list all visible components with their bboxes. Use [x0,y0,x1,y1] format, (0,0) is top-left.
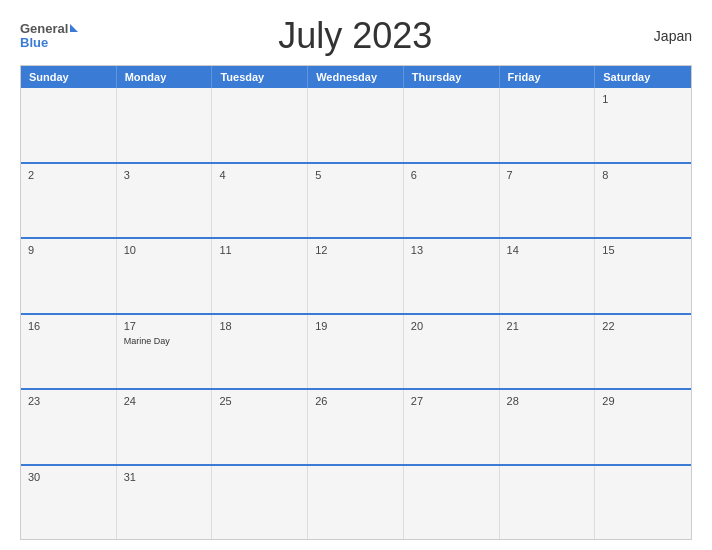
day-number: 10 [124,244,205,256]
calendar-cell: 22 [595,315,691,389]
calendar-week-5: 23242526272829 [21,388,691,464]
calendar-cell: 23 [21,390,117,464]
calendar-cell: 18 [212,315,308,389]
calendar-cell: 16 [21,315,117,389]
calendar-cell: 24 [117,390,213,464]
calendar-cell: 27 [404,390,500,464]
day-number: 14 [507,244,588,256]
day-number: 27 [411,395,492,407]
calendar-cell: 12 [308,239,404,313]
calendar-cell: 31 [117,466,213,540]
day-number: 16 [28,320,109,332]
day-number: 23 [28,395,109,407]
day-number: 11 [219,244,300,256]
calendar-cell: 28 [500,390,596,464]
day-number: 15 [602,244,684,256]
header-day-thursday: Thursday [404,66,500,88]
calendar-cell: 13 [404,239,500,313]
day-number: 31 [124,471,205,483]
day-number: 30 [28,471,109,483]
day-number: 17 [124,320,205,332]
day-number: 9 [28,244,109,256]
calendar-cell: 30 [21,466,117,540]
day-number: 26 [315,395,396,407]
calendar-cell: 25 [212,390,308,464]
header-day-saturday: Saturday [595,66,691,88]
calendar: SundayMondayTuesdayWednesdayThursdayFrid… [20,65,692,540]
calendar-cell: 4 [212,164,308,238]
header-day-friday: Friday [500,66,596,88]
calendar-cell: 7 [500,164,596,238]
calendar-cell: 26 [308,390,404,464]
logo: General Blue [20,22,78,51]
calendar-body: 1234567891011121314151617Marine Day18192… [21,88,691,539]
day-number: 3 [124,169,205,181]
calendar-cell: 20 [404,315,500,389]
calendar-cell [595,466,691,540]
calendar-cell: 17Marine Day [117,315,213,389]
calendar-cell [117,88,213,162]
calendar-page: General Blue July 2023 Japan SundayMonda… [0,0,712,550]
day-number: 12 [315,244,396,256]
day-number: 19 [315,320,396,332]
calendar-cell: 9 [21,239,117,313]
day-number: 7 [507,169,588,181]
calendar-week-3: 9101112131415 [21,237,691,313]
day-number: 25 [219,395,300,407]
calendar-cell: 15 [595,239,691,313]
day-number: 28 [507,395,588,407]
calendar-cell [500,88,596,162]
calendar-cell: 19 [308,315,404,389]
day-number: 24 [124,395,205,407]
calendar-cell [308,88,404,162]
logo-blue-text: Blue [20,36,48,50]
calendar-cell [21,88,117,162]
day-number: 1 [602,93,684,105]
calendar-cell [500,466,596,540]
day-number: 20 [411,320,492,332]
day-number: 4 [219,169,300,181]
day-number: 8 [602,169,684,181]
calendar-week-4: 1617Marine Day1819202122 [21,313,691,389]
calendar-cell: 14 [500,239,596,313]
calendar-cell: 11 [212,239,308,313]
calendar-cell: 10 [117,239,213,313]
header-day-wednesday: Wednesday [308,66,404,88]
calendar-cell: 5 [308,164,404,238]
country-label: Japan [632,28,692,44]
day-number: 21 [507,320,588,332]
logo-general-text: General [20,22,68,36]
calendar-cell: 2 [21,164,117,238]
calendar-cell: 29 [595,390,691,464]
calendar-cell: 3 [117,164,213,238]
header-day-sunday: Sunday [21,66,117,88]
day-number: 22 [602,320,684,332]
header-day-monday: Monday [117,66,213,88]
calendar-cell: 6 [404,164,500,238]
calendar-cell [404,466,500,540]
calendar-cell [212,466,308,540]
day-number: 29 [602,395,684,407]
month-title: July 2023 [78,15,632,57]
header-day-tuesday: Tuesday [212,66,308,88]
calendar-cell [404,88,500,162]
header: General Blue July 2023 Japan [20,15,692,57]
day-number: 6 [411,169,492,181]
logo-triangle-icon [70,24,78,32]
calendar-week-6: 3031 [21,464,691,540]
calendar-cell [212,88,308,162]
calendar-cell: 8 [595,164,691,238]
day-number: 5 [315,169,396,181]
calendar-cell: 1 [595,88,691,162]
event-label: Marine Day [124,336,205,346]
day-number: 18 [219,320,300,332]
calendar-header: SundayMondayTuesdayWednesdayThursdayFrid… [21,66,691,88]
calendar-cell [308,466,404,540]
day-number: 13 [411,244,492,256]
calendar-week-2: 2345678 [21,162,691,238]
calendar-week-1: 1 [21,88,691,162]
calendar-cell: 21 [500,315,596,389]
day-number: 2 [28,169,109,181]
